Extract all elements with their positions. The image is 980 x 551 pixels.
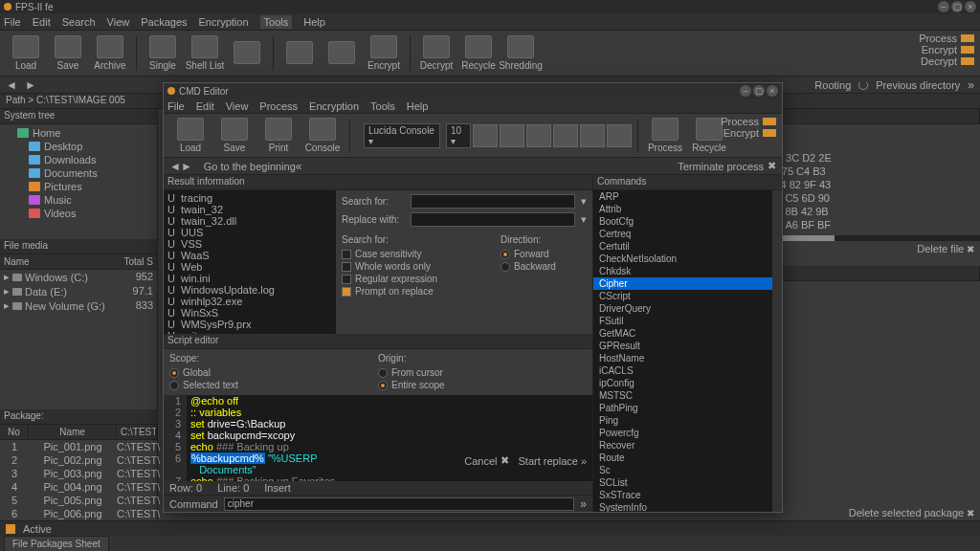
Shredding-button[interactable]: Shredding: [501, 35, 541, 71]
dlg-maximize[interactable]: ▢: [753, 85, 765, 97]
drive-row[interactable]: ▸New Volume (G:)833: [0, 298, 157, 313]
dlg-fwd[interactable]: ►: [181, 160, 192, 173]
commands-list[interactable]: ARPAttribBootCfgCertreqCertutilCheckNetI…: [593, 190, 772, 512]
replace-dd[interactable]: ▾: [581, 213, 587, 226]
dlg-menu-file[interactable]: File: [167, 100, 185, 112]
tree-music[interactable]: Music: [2, 193, 155, 207]
tool-button[interactable]: [279, 41, 320, 66]
scope-0[interactable]: Global: [169, 366, 378, 379]
script-editor[interactable]: 1@echo off 2:: variables 3set drive=G:\B…: [164, 395, 592, 481]
cmd-cscript[interactable]: CScript: [593, 290, 772, 302]
Load-button[interactable]: Load: [6, 35, 46, 71]
tree-downloads[interactable]: Downloads: [2, 153, 155, 166]
maximize-button[interactable]: ▢: [951, 1, 963, 12]
tree-videos[interactable]: Videos: [2, 207, 155, 220]
terminate-process[interactable]: Terminate process: [678, 161, 764, 172]
scope-1[interactable]: Selected text: [169, 379, 378, 391]
cancel-button[interactable]: Cancel ✖: [464, 454, 508, 467]
prev-dir[interactable]: Previous directory: [876, 79, 960, 91]
menu-tools[interactable]: Tools: [260, 15, 293, 29]
Archive-button[interactable]: Archive: [90, 35, 130, 71]
minimize-button[interactable]: –: [938, 1, 949, 12]
menu-view[interactable]: View: [107, 16, 130, 28]
Single-button[interactable]: Single: [143, 35, 183, 71]
cmd-cipher[interactable]: Cipher: [593, 277, 772, 290]
cmd-powercfg[interactable]: Powercfg: [593, 427, 772, 439]
start-replace-button[interactable]: Start replace »: [519, 454, 588, 467]
dlg-process-button[interactable]: Process: [644, 118, 686, 153]
opt-3[interactable]: Prompt on replace: [342, 285, 491, 298]
cmd-systeminfo[interactable]: SystemInfo: [593, 501, 772, 512]
cut-icon[interactable]: [526, 124, 551, 147]
cmd-getmac[interactable]: GetMAC: [593, 327, 772, 340]
cmd-route[interactable]: Route: [593, 452, 772, 464]
dlg-menu-encryption[interactable]: Encryption: [309, 100, 359, 112]
cmd-ipconfig[interactable]: ipConfig: [593, 377, 772, 389]
command-run[interactable]: »: [580, 497, 587, 511]
cmd-gpresult[interactable]: GPResult: [593, 340, 772, 352]
replace-input[interactable]: [411, 212, 575, 227]
cmd-icacls[interactable]: iCACLS: [593, 364, 772, 377]
opt-0[interactable]: Case sensitivity: [342, 248, 491, 260]
go-beginning[interactable]: Go to the beginning: [204, 161, 296, 172]
cmd-hostname[interactable]: HostName: [593, 352, 772, 364]
commands-scrollbar[interactable]: [772, 190, 782, 512]
cmd-checknetisolation[interactable]: CheckNetIsolation: [593, 253, 772, 265]
cmd-chkdsk[interactable]: Chkdsk: [593, 265, 772, 277]
tree-documents[interactable]: Documents: [2, 166, 155, 180]
search-dd[interactable]: ▾: [581, 195, 587, 208]
tool-button[interactable]: [227, 41, 267, 66]
Shell List-button[interactable]: Shell List: [185, 35, 225, 71]
cmd-bootcfg[interactable]: BootCfg: [593, 215, 772, 228]
cmd-attrib[interactable]: Attrib: [593, 203, 772, 215]
undo-icon[interactable]: [473, 124, 498, 147]
cmd-mstsc[interactable]: MSTSC: [593, 389, 772, 402]
Encrypt-button[interactable]: Encrypt: [364, 35, 404, 71]
paste-icon[interactable]: [580, 124, 605, 147]
cmd-driverquery[interactable]: DriverQuery: [593, 302, 772, 315]
dlg-save-button[interactable]: Save: [213, 118, 256, 153]
tab-file-packages[interactable]: File Packages Sheet: [4, 536, 109, 551]
command-input[interactable]: [224, 497, 575, 511]
opt-2[interactable]: Regular expression: [342, 273, 491, 285]
dir-1[interactable]: Backward: [501, 260, 587, 273]
dlg-menu-process[interactable]: Process: [259, 100, 298, 112]
menu-edit[interactable]: Edit: [33, 16, 51, 28]
dlg-close[interactable]: ×: [767, 85, 778, 97]
font-select[interactable]: Lucida Console ▾: [364, 123, 440, 148]
result-list[interactable]: U tracingU twain_32U twain_32.dllU UUSU …: [164, 190, 336, 334]
dlg-menu-edit[interactable]: Edit: [196, 100, 214, 112]
redo-icon[interactable]: [500, 124, 524, 147]
cmd-ping[interactable]: Ping: [593, 414, 772, 427]
fontsize-select[interactable]: 10 ▾: [446, 123, 471, 148]
dlg-print-button[interactable]: Print: [257, 118, 300, 153]
package-row[interactable]: 1Pic_001.pngC:\TEST\: [0, 440, 157, 453]
cmd-arp[interactable]: ARP: [593, 190, 772, 203]
cmd-sclist[interactable]: SCList: [593, 476, 772, 489]
package-row[interactable]: 5Pic_005.pngC:\TEST\: [0, 494, 157, 507]
dlg-menu-view[interactable]: View: [226, 100, 249, 112]
cmd-pathping[interactable]: PathPing: [593, 402, 772, 414]
cmd-fsutil[interactable]: FSutil: [593, 315, 772, 327]
Decrypt-button[interactable]: Decrypt: [416, 35, 457, 71]
menu-search[interactable]: Search: [62, 16, 96, 28]
menu-packages[interactable]: Packages: [141, 16, 187, 28]
nav-fwd[interactable]: ►: [25, 78, 36, 92]
cmd-certutil[interactable]: Certutil: [593, 240, 772, 253]
tree-pictures[interactable]: Pictures: [2, 180, 155, 193]
menu-encryption[interactable]: Encryption: [199, 16, 249, 28]
copy-icon[interactable]: [553, 124, 578, 147]
search-input[interactable]: [411, 194, 575, 209]
cmd-sc[interactable]: Sc: [593, 464, 772, 476]
delete-icon[interactable]: [607, 124, 632, 147]
Recycle-button[interactable]: Recycle: [458, 35, 499, 71]
drive-row[interactable]: ▸Data (E:)97.1: [0, 284, 157, 298]
dlg-load-button[interactable]: Load: [169, 118, 212, 153]
dir-0[interactable]: Forward: [501, 248, 587, 260]
package-row[interactable]: 2Pic_002.pngC:\TEST\: [0, 453, 157, 467]
prev-dir-icon[interactable]: »: [968, 78, 974, 92]
tree-desktop[interactable]: Desktop: [2, 140, 155, 153]
Save-button[interactable]: Save: [48, 35, 88, 71]
terminate-icon[interactable]: ✖: [768, 160, 776, 172]
package-row[interactable]: 6Pic_006.pngC:\TEST\: [0, 507, 157, 520]
